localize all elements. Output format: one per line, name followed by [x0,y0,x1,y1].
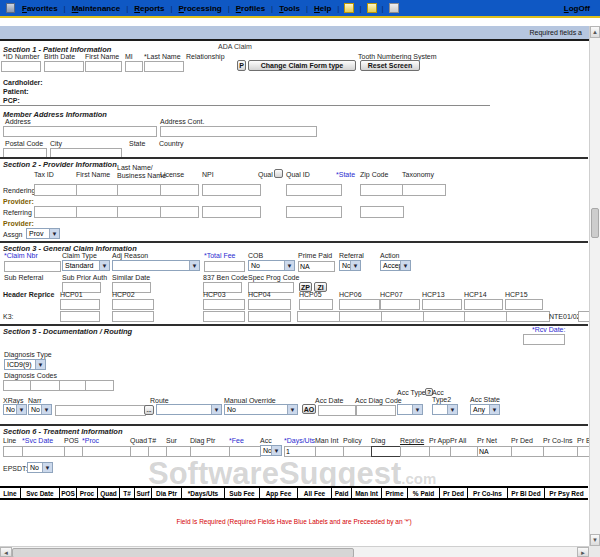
chevron-down-icon[interactable]: ▼ [489,405,499,414]
rcv-date-input[interactable] [523,334,565,345]
last-name-input[interactable] [144,61,184,72]
referring-first-name-input[interactable] [76,206,119,218]
k3-input-1[interactable] [60,311,100,322]
k3-input-5[interactable] [297,311,341,322]
horizontal-scrollbar[interactable]: ◄ ► [0,546,589,557]
k3-input-10[interactable] [506,311,550,322]
acc-type-select[interactable]: ▼ [397,404,423,415]
rendering-license-input[interactable] [160,184,199,196]
logoff-link[interactable]: LogOff [564,4,590,13]
menu-help[interactable]: Help [314,4,331,13]
acc-select[interactable]: No▼ [260,445,282,456]
chevron-down-icon[interactable]: ▼ [42,463,52,472]
hcp13-input[interactable] [422,299,462,310]
scroll-right-arrow[interactable]: ► [577,547,589,557]
referring-npi-input[interactable] [202,206,261,218]
rendering-first-name-input[interactable] [76,184,119,196]
svc-date-input[interactable] [22,446,66,457]
proc-input[interactable] [82,446,131,457]
pr-net-input[interactable]: NA [477,446,512,457]
k3-input-3[interactable] [203,311,245,322]
acc-type2-select[interactable]: ▼ [432,404,458,415]
change-claim-form-type-button[interactable]: Change Claim Form type [248,60,356,71]
menu-processing[interactable]: Processing [179,4,222,13]
chevron-down-icon[interactable]: ▼ [189,261,199,270]
k3-input-2[interactable] [112,311,154,322]
claim-nbr-input[interactable] [4,261,61,272]
referring-zip-input[interactable] [360,206,404,218]
narrative-input[interactable] [55,405,146,416]
cob-select[interactable]: No▼ [248,260,295,271]
policy-input[interactable] [343,446,373,457]
diagnosis-type-select[interactable]: ICD9(9)▼ [4,359,46,370]
diag-input[interactable] [371,446,401,457]
menu-maintenance[interactable]: Maintenance [72,4,120,13]
ledger-icon[interactable] [367,3,377,13]
hcp06-input[interactable] [339,299,380,310]
menu-profiles[interactable]: Profiles [236,4,265,13]
scroll-down-arrow[interactable]: ▼ [590,534,600,546]
diagnosis-code-4-input[interactable] [85,380,114,391]
hcp05-input[interactable] [299,299,333,310]
k3-input-8[interactable] [423,311,466,322]
tnum-input[interactable] [148,446,168,457]
chevron-down-icon[interactable]: ▼ [16,405,26,414]
hcp03-input[interactable] [203,299,245,310]
pos-input[interactable] [64,446,84,457]
chevron-down-icon[interactable]: ▼ [287,405,297,414]
narr-select[interactable]: No▼ [28,404,52,415]
address-input[interactable] [3,126,157,137]
hcp02-input[interactable] [112,299,154,310]
xrays-select[interactable]: No▼ [3,404,27,415]
hcp15-input[interactable] [505,299,543,310]
pr-app-input[interactable] [429,446,452,457]
k3-input-9[interactable] [464,311,508,322]
address-cont-input[interactable] [160,126,317,137]
rendering-taxonomy-input[interactable] [402,184,446,196]
pr-all-input[interactable] [450,446,479,457]
horizontal-scroll-thumb[interactable] [12,548,354,557]
chevron-down-icon[interactable]: ▼ [271,446,281,455]
prime-paid-input[interactable]: NA [298,261,335,272]
acc-state-select[interactable]: Any▼ [470,404,500,415]
referring-qual-id-input[interactable] [286,206,342,218]
referring-license-input[interactable] [160,206,199,218]
line-input[interactable] [3,446,24,457]
assign-prov-select[interactable]: Prov▼ [26,228,60,239]
chevron-down-icon[interactable]: ▼ [447,405,457,414]
hcp14-input[interactable] [464,299,503,310]
vertical-scroll-thumb[interactable] [591,208,599,238]
p-button[interactable]: P [237,60,246,71]
referral-select[interactable]: No▼ [339,260,361,271]
chevron-down-icon[interactable]: ▼ [284,261,294,270]
qual-lookup-button[interactable] [274,169,283,178]
rendering-last-name-input[interactable] [117,184,162,196]
days-uts-input[interactable]: 1 [284,446,316,457]
hcp04-input[interactable] [248,299,291,310]
vertical-scrollbar[interactable]: ▲ ▼ [589,26,600,546]
chevron-down-icon[interactable]: ▼ [400,261,410,270]
referring-tax-id-input[interactable] [34,206,78,218]
menu-favorites[interactable]: Favorites [22,4,58,13]
man-int-input[interactable] [315,446,345,457]
rendering-tax-id-input[interactable] [34,184,78,196]
manual-override-select[interactable]: No▼ [224,404,298,415]
reset-screen-button[interactable]: Reset Screen [360,60,420,71]
diagnosis-code-1-input[interactable] [3,380,32,391]
chevron-down-icon[interactable]: ▼ [49,229,59,238]
menu-reports[interactable]: Reports [134,4,164,13]
quad-input[interactable] [130,446,150,457]
total-fee-input[interactable] [204,261,245,272]
col-reprice-label[interactable]: Reprice [400,437,424,445]
k3-input-6[interactable] [339,311,383,322]
epsdt-select[interactable]: No▼ [27,462,53,473]
scroll-up-arrow[interactable]: ▲ [590,26,600,38]
adj-reason-select[interactable]: ▼ [112,260,200,271]
first-name-input[interactable] [85,61,122,72]
disk-icon[interactable] [389,3,399,13]
chevron-down-icon[interactable]: ▼ [41,405,51,414]
acc-diag-code-input[interactable] [356,405,396,416]
chevron-down-icon[interactable]: ▼ [412,405,422,414]
k3-input-7[interactable] [381,311,425,322]
mi-input[interactable] [125,61,143,72]
